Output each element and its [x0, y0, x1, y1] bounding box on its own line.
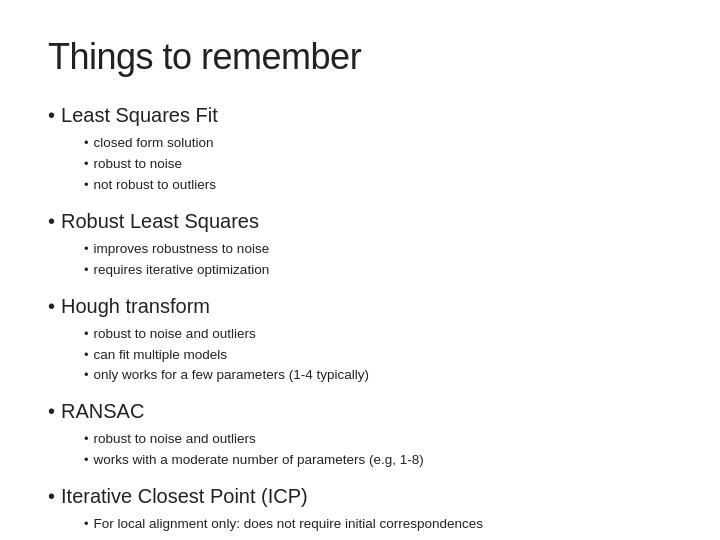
slide-title: Things to remember [48, 36, 672, 78]
sub-bullet-dot-icon: • [84, 324, 89, 344]
section-hough-transform: •Hough transform•robust to noise and out… [48, 291, 672, 387]
sub-bullet-dot-icon: • [84, 429, 89, 449]
sub-item-label: works with a moderate number of paramete… [94, 450, 424, 471]
sub-item-label: not robust to outliers [94, 175, 216, 196]
main-bullet-label: Hough transform [61, 291, 210, 321]
sub-item: •robust to noise and outliers [84, 324, 672, 345]
sub-item-label: robust to noise and outliers [94, 429, 256, 450]
sub-item: •only works for a few parameters (1-4 ty… [84, 365, 672, 386]
sub-bullet-dot-icon: • [84, 260, 89, 280]
sub-item-label: improves robustness to noise [94, 239, 270, 260]
main-bullet-dot-icon: • [48, 486, 55, 506]
sub-item: •closed form solution [84, 133, 672, 154]
main-bullet-least-squares-fit: •Least Squares Fit [48, 100, 672, 130]
sub-item-label: can fit multiple models [94, 345, 228, 366]
sub-item-label: requires iterative optimization [94, 260, 270, 281]
main-bullet-hough-transform: •Hough transform [48, 291, 672, 321]
main-bullet-label: Least Squares Fit [61, 100, 218, 130]
sub-item: •robust to noise and outliers [84, 429, 672, 450]
sub-item: •not robust to outliers [84, 175, 672, 196]
sub-items-least-squares-fit: •closed form solution•robust to noise•no… [84, 133, 672, 196]
main-bullet-label: RANSAC [61, 396, 144, 426]
sub-items-ransac: •robust to noise and outliers•works with… [84, 429, 672, 471]
sub-items-robust-least-squares: •improves robustness to noise•requires i… [84, 239, 672, 281]
sub-bullet-dot-icon: • [84, 239, 89, 259]
section-least-squares-fit: •Least Squares Fit•closed form solution•… [48, 100, 672, 196]
sub-item: •requires iterative optimization [84, 260, 672, 281]
main-bullet-dot-icon: • [48, 211, 55, 231]
sub-item-label: For local alignment only: does not requi… [94, 514, 483, 535]
section-icp: •Iterative Closest Point (ICP)•For local… [48, 481, 672, 535]
sub-bullet-dot-icon: • [84, 514, 89, 534]
slide: Things to remember •Least Squares Fit•cl… [0, 0, 720, 540]
sub-item-label: only works for a few parameters (1-4 typ… [94, 365, 369, 386]
sub-bullet-dot-icon: • [84, 154, 89, 174]
main-bullet-dot-icon: • [48, 105, 55, 125]
sub-item: •can fit multiple models [84, 345, 672, 366]
section-ransac: •RANSAC•robust to noise and outliers•wor… [48, 396, 672, 471]
sub-items-hough-transform: •robust to noise and outliers•can fit mu… [84, 324, 672, 387]
content-area: •Least Squares Fit•closed form solution•… [48, 100, 672, 535]
sub-bullet-dot-icon: • [84, 133, 89, 153]
main-bullet-dot-icon: • [48, 296, 55, 316]
section-robust-least-squares: •Robust Least Squares•improves robustnes… [48, 206, 672, 281]
sub-item: •robust to noise [84, 154, 672, 175]
sub-item-label: closed form solution [94, 133, 214, 154]
sub-bullet-dot-icon: • [84, 345, 89, 365]
sub-item: •works with a moderate number of paramet… [84, 450, 672, 471]
sub-item: •For local alignment only: does not requ… [84, 514, 672, 535]
sub-bullet-dot-icon: • [84, 365, 89, 385]
main-bullet-label: Iterative Closest Point (ICP) [61, 481, 308, 511]
sub-bullet-dot-icon: • [84, 175, 89, 195]
main-bullet-icp: •Iterative Closest Point (ICP) [48, 481, 672, 511]
sub-item-label: robust to noise and outliers [94, 324, 256, 345]
main-bullet-label: Robust Least Squares [61, 206, 259, 236]
main-bullet-dot-icon: • [48, 401, 55, 421]
sub-bullet-dot-icon: • [84, 450, 89, 470]
main-bullet-robust-least-squares: •Robust Least Squares [48, 206, 672, 236]
sub-item: •improves robustness to noise [84, 239, 672, 260]
sub-items-icp: •For local alignment only: does not requ… [84, 514, 672, 535]
sub-item-label: robust to noise [94, 154, 183, 175]
main-bullet-ransac: •RANSAC [48, 396, 672, 426]
